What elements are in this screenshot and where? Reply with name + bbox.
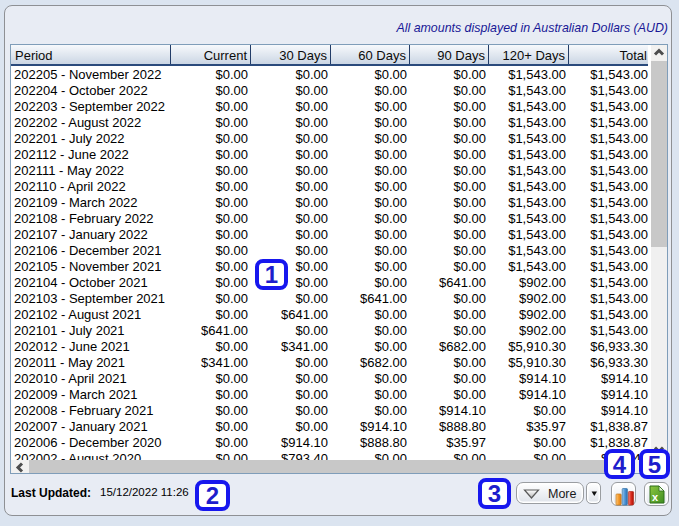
- svg-text:x: x: [652, 491, 659, 503]
